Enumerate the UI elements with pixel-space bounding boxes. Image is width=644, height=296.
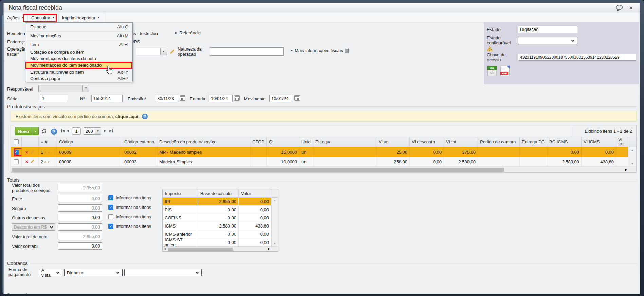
vertical-scrollbar[interactable]: ▲ ▼	[271, 198, 278, 246]
imposto-row[interactable]: ICMS anterior 0,00 0,00	[163, 230, 278, 238]
scroll-left-icon[interactable]: ◀	[164, 247, 166, 250]
menu-item-movimentacoes-itens-nota[interactable]: Movimentações dos itens da nota	[25, 55, 132, 62]
xml-file-icon[interactable]: XML </>	[487, 66, 497, 76]
menu-item-contas-a-pagar[interactable]: Contas a pagar Alt+P	[25, 75, 132, 82]
vertical-scrollbar[interactable]: ▲ ▼	[628, 147, 636, 167]
horizontal-scrollbar[interactable]: ▶	[11, 167, 636, 172]
chave-acesso-input[interactable]: 4323119109052200018755001001553914123022…	[518, 54, 636, 61]
col-unid[interactable]: Unid	[299, 137, 313, 147]
edit-pencil-icon[interactable]	[30, 159, 35, 164]
col-cfop[interactable]: CFOP	[250, 137, 267, 147]
estado-configuravel-select[interactable]	[518, 37, 577, 44]
move-down-icon[interactable]: ∨	[48, 160, 50, 163]
scroll-up-icon[interactable]: ▲	[628, 149, 636, 152]
select-button[interactable]: ▼	[95, 128, 101, 134]
menu-item-movimentacoes-item-selecionado[interactable]: Movimentações do item selecionado	[25, 62, 132, 69]
table-row[interactable]: × 1 ∧ ∨ 00009 00002 MP - Madeiro simples…	[11, 147, 636, 157]
pagamento-extra-select[interactable]	[124, 269, 202, 276]
informar-frete-checkbox[interactable]	[108, 195, 113, 200]
table-row[interactable]: × 2 ∧ ∨ 00008 00003 Madeira Simples 10,0…	[11, 157, 636, 167]
valor-total-nota-input[interactable]: 2.955,00	[58, 233, 102, 240]
menu-acoes[interactable]: Ações ▼	[4, 13, 28, 22]
informar-seguro-checkbox[interactable]	[108, 205, 113, 210]
select-all-header[interactable]	[11, 137, 22, 147]
seguro-input[interactable]: 0,00	[58, 204, 102, 212]
imposto-row[interactable]: COFINS 0,00 0,00	[163, 214, 278, 222]
col-vl-tot[interactable]: Vl tot	[444, 137, 478, 147]
novo-button[interactable]: Novo ▼	[15, 127, 39, 135]
last-page-icon[interactable]: ▶	[109, 129, 113, 132]
valor-total-produtos-input[interactable]: 2.955,00	[58, 184, 102, 191]
calendar-icon[interactable]	[294, 95, 300, 101]
select-button[interactable]: ▼	[82, 85, 89, 92]
operacao-fiscal-select[interactable]: ▼	[136, 48, 167, 55]
desconto-select[interactable]: Desconto em R$	[12, 223, 55, 231]
delete-icon[interactable]: ×	[25, 150, 28, 155]
menu-item-estrutura-multinivel[interactable]: Estrutura multinível do item Alt+Y	[25, 69, 132, 75]
select-all-checkbox[interactable]	[14, 139, 19, 144]
help-icon[interactable]	[51, 129, 57, 135]
imposto-row[interactable]: PIS 0,00 0,00	[163, 206, 278, 214]
calendar-icon[interactable]	[234, 95, 240, 101]
natureza-operacao-input[interactable]	[210, 47, 284, 56]
desconto-input[interactable]: 0,00	[58, 223, 102, 231]
imposto-row[interactable]: ICMS ST anter... 0,00 0,00	[163, 238, 278, 246]
entrada-input[interactable]: 10/01/24	[209, 95, 233, 102]
frete-input[interactable]: 0,00	[58, 195, 102, 202]
horizontal-scrollbar[interactable]: ◀ ▶	[163, 246, 278, 251]
close-icon[interactable]: ×	[629, 5, 633, 11]
col-codigo-externo[interactable]: Código externo	[122, 137, 157, 147]
scrollbar-thumb[interactable]	[168, 248, 233, 251]
condicao-pagamento-select[interactable]: À vista	[39, 269, 62, 276]
col-base-calculo[interactable]: Base de cálculo	[198, 189, 239, 197]
col-codigo[interactable]: Código	[57, 137, 122, 147]
scrollbar-thumb[interactable]	[12, 168, 504, 172]
page-number-input[interactable]: 1	[72, 127, 81, 135]
valor-contabil-input[interactable]: 0,00	[58, 242, 102, 250]
menu-item-movimentacoes[interactable]: Movimentações Alt+M	[25, 32, 132, 40]
col-entrega-pc[interactable]: Entrega PC	[520, 137, 547, 147]
comment-bubble-icon[interactable]	[615, 5, 623, 13]
page-size-select[interactable]: 200 ▼	[84, 127, 101, 135]
estado-input[interactable]: Digitação	[518, 26, 577, 33]
scroll-down-icon[interactable]: ▼	[272, 242, 278, 245]
col-vl-icms[interactable]: Vl ICMS	[582, 137, 616, 147]
col-vl-ipi[interactable]: Vl IPI	[616, 137, 628, 147]
emissao-input[interactable]: 30/11/23	[155, 95, 178, 102]
menu-imprimir-exportar[interactable]: Imprimir/exportar ▼	[59, 13, 104, 22]
col-imposto[interactable]: Imposto	[163, 189, 198, 197]
help-icon[interactable]	[142, 114, 148, 119]
move-down-icon[interactable]: ∨	[48, 151, 50, 154]
menu-item-item[interactable]: Item Alt+I	[25, 40, 132, 49]
col-vl-desconto[interactable]: Vl desconto	[410, 137, 444, 147]
col-qt[interactable]: Qt	[267, 137, 299, 147]
document-icon[interactable]	[345, 48, 349, 53]
select-button[interactable]: ▼	[160, 48, 167, 55]
informar-outras-checkbox[interactable]	[108, 214, 113, 219]
meio-pagamento-select[interactable]: Dinheiro	[64, 269, 123, 276]
informar-desconto-checkbox[interactable]	[108, 224, 113, 229]
col-descricao[interactable]: Descrição do produto/serviço	[157, 137, 250, 147]
movimento-input[interactable]: 10/01/24	[269, 95, 293, 102]
scroll-right-icon[interactable]: ▶	[625, 168, 627, 171]
menu-item-cotacao-compra[interactable]: Cotação de compra do item	[25, 49, 132, 55]
col-pedido-compra[interactable]: Pedido de compra	[478, 137, 520, 147]
imposto-row[interactable]: ICMS 2.580,00 438,60	[163, 222, 278, 230]
scroll-up-icon[interactable]: ▲	[272, 199, 278, 202]
calendar-icon[interactable]	[180, 95, 185, 101]
move-up-icon[interactable]: ∧	[44, 160, 47, 163]
col-num[interactable]: ▲#	[39, 137, 57, 147]
col-vl-un[interactable]: Vl un	[376, 137, 410, 147]
scroll-down-icon[interactable]: ▼	[628, 162, 636, 165]
responsavel-select[interactable]: ▼	[38, 85, 89, 92]
col-bc-icms[interactable]: BC ICMS	[547, 137, 582, 147]
refresh-icon[interactable]	[41, 129, 47, 135]
col-valor[interactable]: Valor	[239, 189, 271, 197]
pdf-file-icon[interactable]: PDF	[500, 66, 510, 76]
row-checkbox[interactable]	[14, 159, 19, 164]
first-page-icon[interactable]: ◀	[61, 129, 65, 132]
menu-item-estoque[interactable]: Estoque Alt+Q	[25, 23, 132, 32]
serie-input[interactable]: 1	[40, 95, 68, 102]
edit-pencil-icon[interactable]	[30, 150, 35, 155]
outras-despesas-input[interactable]: 0,00	[58, 214, 102, 221]
